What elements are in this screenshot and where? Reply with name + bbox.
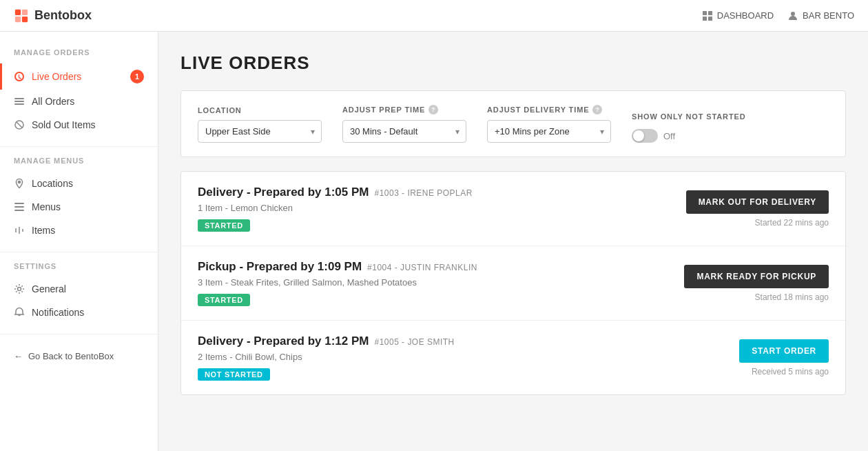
order-type-2: Delivery - Prepared by 1:12 PM: [198, 334, 369, 348]
svg-rect-0: [15, 9, 21, 14]
toggle-wrapper: Off: [632, 129, 746, 143]
go-back-link[interactable]: ← Go Back to BentoBox: [0, 344, 158, 368]
filters-card: LOCATION Upper East Side Downtown Midtow…: [180, 90, 846, 157]
user-label: BAR BENTO: [803, 10, 854, 21]
go-back-label: Go Back to BentoBox: [28, 351, 114, 361]
live-orders-badge: 1: [130, 70, 144, 83]
sidebar-divider-3: [0, 334, 158, 334]
all-orders-icon: [14, 96, 25, 107]
items-label: Items: [32, 225, 55, 236]
sidebar-item-live-orders[interactable]: Live Orders 1: [0, 63, 158, 90]
delivery-time-select[interactable]: +10 Mins per Zone +5 Mins per Zone +15 M…: [487, 120, 611, 143]
delivery-time-help-icon[interactable]: ?: [592, 105, 602, 114]
prep-time-filter: ADJUST PREP TIME ? 30 Mins - Default 15 …: [342, 105, 466, 143]
toggle-off-label: Off: [663, 131, 675, 141]
svg-point-14: [19, 181, 21, 183]
order-left-1: Pickup - Prepared by 1:09 PM #1004 - JUS…: [198, 260, 663, 306]
sidebar-item-general[interactable]: General: [0, 277, 158, 301]
order-time-1: Started 18 mins ago: [755, 292, 829, 302]
svg-rect-16: [14, 206, 24, 208]
order-action-btn-0[interactable]: MARK OUT FOR DELIVERY: [686, 190, 829, 214]
delivery-time-filter: ADJUST DELIVERY TIME ? +10 Mins per Zone…: [487, 105, 611, 143]
general-label: General: [32, 283, 66, 294]
order-id-0: #1003 - IRENE POPLAR: [375, 188, 473, 198]
sidebar: MANAGE ORDERS Live Orders 1 All Orders S…: [0, 32, 158, 451]
prep-time-select[interactable]: 30 Mins - Default 15 Mins 45 Mins 60 Min…: [342, 120, 466, 143]
menus-icon: [14, 201, 25, 212]
topnav-right: DASHBOARD BAR BENTO: [702, 10, 854, 21]
order-time-0: Started 22 mins ago: [755, 218, 829, 228]
order-id-1: #1004 - JUSTIN FRANKLIN: [367, 263, 477, 272]
delivery-time-select-wrapper: +10 Mins per Zone +5 Mins per Zone +15 M…: [487, 120, 611, 143]
order-type-0: Delivery - Prepared by 1:05 PM: [198, 186, 369, 199]
sidebar-divider-1: [0, 146, 158, 147]
show-only-toggle[interactable]: [632, 129, 658, 143]
page-title: LIVE ORDERS: [180, 52, 846, 74]
location-icon: [14, 178, 25, 189]
show-only-filter: SHOW ONLY NOT STARTED Off: [632, 112, 746, 143]
order-items-1: 3 Item - Steak Frites, Grilled Salmon, M…: [198, 277, 663, 288]
logo[interactable]: Bentobox: [14, 8, 92, 23]
order-row: Pickup - Prepared by 1:09 PM #1004 - JUS…: [181, 246, 845, 321]
prep-time-select-wrapper: 30 Mins - Default 15 Mins 45 Mins 60 Min…: [342, 120, 466, 143]
order-right-0: MARK OUT FOR DELIVERY Started 22 mins ag…: [686, 190, 829, 228]
status-badge-0: STARTED: [198, 219, 250, 232]
order-left-0: Delivery - Prepared by 1:05 PM #1003 - I…: [198, 186, 665, 232]
location-label: LOCATION: [198, 106, 322, 114]
order-time-2: Received 5 mins ago: [752, 367, 829, 377]
order-action-btn-1[interactable]: MARK READY FOR PICKUP: [684, 265, 829, 288]
toggle-thumb: [633, 130, 644, 141]
svg-rect-9: [14, 98, 24, 99]
svg-rect-4: [703, 11, 707, 15]
order-row: Delivery - Prepared by 1:05 PM #1003 - I…: [181, 172, 845, 246]
sidebar-divider-2: [0, 252, 158, 252]
sidebar-item-menus[interactable]: Menus: [0, 195, 158, 219]
gear-icon: [14, 283, 25, 294]
menus-label: Menus: [32, 201, 61, 212]
order-id-2: #1005 - JOE SMITH: [375, 337, 455, 347]
settings-section: SETTINGS: [0, 262, 158, 277]
manage-menus-section: MANAGE MENUS: [0, 157, 158, 172]
sidebar-item-notifications[interactable]: Notifications: [0, 301, 158, 324]
sidebar-item-items[interactable]: Items: [0, 219, 158, 242]
order-action-btn-2[interactable]: START ORDER: [739, 339, 829, 363]
status-badge-1: STARTED: [198, 294, 250, 306]
main-content: LIVE ORDERS LOCATION Upper East Side Dow…: [158, 32, 868, 451]
order-items-0: 1 Item - Lemon Chicken: [198, 203, 665, 213]
live-orders-icon: [14, 71, 25, 82]
sidebar-item-all-orders[interactable]: All Orders: [0, 90, 158, 113]
svg-rect-7: [708, 17, 712, 21]
orders-card: Delivery - Prepared by 1:05 PM #1003 - I…: [180, 171, 846, 395]
logo-text: Bentobox: [34, 8, 92, 23]
locations-label: Locations: [32, 178, 73, 189]
location-select-wrapper: Upper East Side Downtown Midtown: [198, 120, 322, 143]
sidebar-item-locations[interactable]: Locations: [0, 172, 158, 195]
order-items-2: 2 Items - Chili Bowl, Chips: [198, 352, 719, 362]
order-row: Delivery - Prepared by 1:12 PM #1005 - J…: [181, 321, 845, 394]
prep-time-help-icon[interactable]: ?: [428, 105, 438, 114]
manage-orders-section: MANAGE ORDERS: [0, 48, 158, 63]
live-orders-label: Live Orders: [32, 71, 81, 82]
user-icon: [787, 10, 798, 21]
svg-rect-15: [14, 203, 24, 204]
logo-icon: [14, 8, 29, 23]
dashboard-icon: [702, 10, 713, 21]
sold-out-icon: [14, 119, 25, 130]
svg-rect-10: [14, 101, 24, 102]
order-left-2: Delivery - Prepared by 1:12 PM #1005 - J…: [198, 334, 719, 381]
topnav: Bentobox DASHBOARD BAR BENTO: [0, 0, 868, 32]
user-menu[interactable]: BAR BENTO: [787, 10, 854, 21]
order-type-1: Pickup - Prepared by 1:09 PM: [198, 260, 362, 274]
sold-out-label: Sold Out Items: [32, 119, 96, 130]
location-filter: LOCATION Upper East Side Downtown Midtow…: [198, 106, 322, 143]
svg-rect-6: [703, 17, 707, 21]
dashboard-link[interactable]: DASHBOARD: [702, 10, 774, 21]
location-select[interactable]: Upper East Side Downtown Midtown: [198, 120, 322, 143]
svg-line-13: [17, 122, 22, 128]
svg-rect-5: [708, 11, 712, 15]
notifications-label: Notifications: [32, 307, 84, 318]
order-right-2: START ORDER Received 5 mins ago: [739, 339, 829, 377]
svg-rect-17: [14, 210, 24, 211]
show-only-label: SHOW ONLY NOT STARTED: [632, 112, 746, 121]
sidebar-item-sold-out[interactable]: Sold Out Items: [0, 113, 158, 137]
